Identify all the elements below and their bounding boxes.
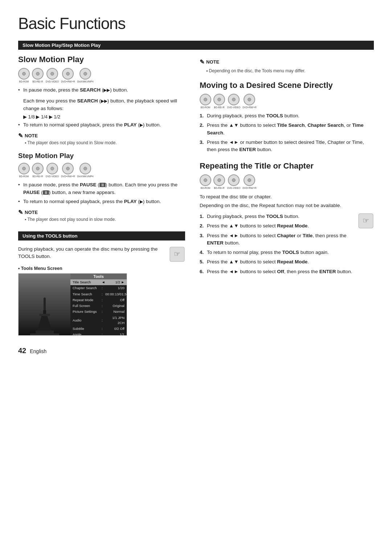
repeat-intro-1: To repeat the disc title or chapter.	[200, 193, 374, 201]
disc-label: BD-RE/-R	[33, 175, 43, 178]
tools-menu-row-4: Full Screen : Original	[70, 303, 127, 309]
disc-circle	[18, 163, 30, 174]
disc-icon-bd-re: BD-RE/-R	[32, 68, 44, 83]
playback-speed: ▶ 1/8 ▶ 1/4 ▶ 1/2	[23, 114, 185, 120]
disc-label: DVD-VIDEO	[227, 106, 240, 109]
disc-icon-divx: DivX/MKV/MP4	[77, 68, 94, 83]
tools-menu-row-1: Chapter Search : 1/20	[70, 285, 127, 291]
tools-menu-row-5: Picture Settings : Normal	[70, 309, 127, 315]
tools-image-area: During playback, you can operate the dis…	[18, 246, 185, 262]
slow-motion-list: In pause mode, press the SEARCH (▶▶) but…	[18, 86, 185, 94]
disc-circle	[32, 163, 44, 174]
disc-circle	[228, 94, 240, 105]
tools-description: During playback, you can operate the dis…	[18, 246, 164, 260]
rep-step-2: Press the ▲▼ buttons to select Repeat Mo…	[200, 222, 355, 230]
disc-icon-dvd-video: DVD-VIDEO	[46, 68, 59, 83]
disc-icon-divx-2: DivX/MKV/MP4	[77, 163, 94, 178]
note-content: The player does not play sound in Slow m…	[18, 140, 185, 145]
disc-label: DVD-VIDEO	[46, 175, 59, 178]
disc-circle	[62, 163, 74, 174]
disc-circle	[18, 68, 30, 80]
disc-icon-rep-1: BD-ROM	[200, 174, 211, 189]
step-motion-note: ✎ NOTE The player does not play sound in…	[18, 209, 185, 222]
tools-menu-row-8: Angle : 1/1	[70, 332, 127, 336]
note-label: NOTE	[25, 133, 38, 138]
disc-label: DivX/MKV/MP4	[77, 80, 94, 83]
rep-step-4: To return to normal play, press the TOOL…	[200, 249, 355, 256]
disc-icon-rep-4: DVD+RW/+R	[242, 174, 257, 189]
repeating-steps: During playback, press the TOOLS button.…	[200, 213, 355, 278]
disc-label: DVD+RW/+R	[61, 80, 75, 83]
disc-label: BD-ROM	[201, 106, 210, 109]
moving-step-2: Press the ▲▼ buttons to select Title Sea…	[200, 122, 374, 137]
moving-scene-title: Moving to a Desired Scene Directly	[200, 81, 374, 90]
disc-icon-moving-4: DVD+RW/+R	[242, 94, 257, 109]
disc-label: BD-RE/-R	[214, 187, 225, 189]
disc-icon-rep-3: DVD-VIDEO	[227, 174, 240, 189]
note-text: The player does not play sound in Slow m…	[25, 140, 185, 145]
svg-text:☞: ☞	[363, 217, 369, 225]
repeat-intro-2: Depending on the disc, the Repeat functi…	[200, 202, 374, 209]
repeat-hand-icon: ☞	[358, 213, 374, 230]
step-motion-item-2: To return to normal speed playback, pres…	[18, 198, 185, 205]
slow-motion-note: ✎ NOTE The player does not play sound in…	[18, 132, 185, 145]
disc-circle	[79, 163, 91, 174]
disc-label: DVD+RW/+R	[242, 106, 257, 109]
slow-motion-title: Slow Motion Play	[18, 55, 185, 64]
disc-icon-dvd-rw-2: DVD+RW/+R	[61, 163, 75, 178]
disc-label: DivX/MKV/MP4	[77, 175, 94, 178]
note-content-2: The player does not play sound in slow m…	[18, 217, 185, 222]
disc-icon-rep-2: BD-RE/-R	[213, 174, 225, 189]
disc-icon-dvd-rw: DVD+RW/+R	[61, 68, 75, 83]
disc-circle	[79, 68, 91, 80]
disc-circle	[200, 94, 211, 105]
tools-menu-row-2: Time Search : 00:00:13/01:34:37	[70, 291, 127, 297]
tools-menu-row-3: Repeat Mode : Off	[70, 297, 127, 303]
note-icon-3: ✎	[200, 58, 204, 66]
moving-note-text: Depending on the disc, the Tools menu ma…	[206, 68, 374, 74]
note-icon-2: ✎	[18, 209, 23, 216]
note-label-2: NOTE	[25, 210, 38, 215]
moving-note-content: Depending on the disc, the Tools menu ma…	[200, 68, 374, 74]
tools-hand-icon: ☞	[169, 246, 185, 262]
disc-circle	[244, 94, 255, 105]
disc-label: BD-ROM	[19, 80, 29, 83]
repeating-title: Repeating the Title or Chapter	[200, 161, 374, 171]
page-language: English	[30, 348, 46, 354]
disc-label: DVD-VIDEO	[227, 187, 240, 189]
disc-icon-moving-3: DVD-VIDEO	[227, 94, 240, 109]
tools-screen-wrap: Tools Title Search ◄ 1/2 ► Chapter Searc…	[18, 273, 127, 336]
disc-label: BD-RE/-R	[214, 106, 225, 109]
disc-icon-moving-1: BD-ROM	[200, 94, 211, 109]
moving-step-1: During playback, press the TOOLS button.	[200, 112, 374, 120]
disc-circle	[62, 68, 74, 80]
disc-circle	[200, 174, 211, 186]
disc-label: BD-ROM	[19, 175, 29, 178]
tools-menu-row-0: Title Search ◄ 1/2 ►	[70, 279, 127, 285]
disc-icon-bd-re-2: BD-RE/-R	[32, 163, 44, 178]
note-icon: ✎	[18, 132, 23, 139]
step-motion-list: In pause mode, press the PAUSE (⏸) butto…	[18, 181, 185, 205]
moving-scene-steps: During playback, press the TOOLS button.…	[200, 112, 374, 153]
tools-text-area: During playback, you can operate the dis…	[18, 246, 164, 260]
note-text-2: The player does not play sound in slow m…	[25, 217, 185, 222]
disc-label: BD-ROM	[201, 187, 210, 189]
slow-motion-disc-icons: BD-ROM BD-RE/-R DVD-VIDEO DVD+RW/+R DivX…	[18, 68, 185, 83]
disc-circle	[244, 174, 255, 186]
disc-icon-moving-2: BD-RE/-R	[213, 94, 225, 109]
rep-step-6: Press the ◄► buttons to select Off, then…	[200, 268, 355, 275]
tools-header-bar: Using the TOOLS button	[18, 231, 185, 240]
page-title: Basic Functions	[18, 15, 374, 33]
disc-circle	[46, 163, 58, 174]
disc-circle	[213, 94, 225, 105]
right-column: ✎ NOTE Depending on the disc, the Tools …	[200, 55, 374, 336]
slow-motion-list-2: To return to normal speed playback, pres…	[18, 121, 185, 129]
disc-icon-dvd-video-2: DVD-VIDEO	[46, 163, 59, 178]
note-title-2: ✎ NOTE	[18, 209, 185, 216]
slow-motion-item-1: In pause mode, press the SEARCH (▶▶) but…	[18, 86, 185, 94]
rep-step-1: During playback, press the TOOLS button.	[200, 213, 355, 220]
moving-step-3: Press the ◄► or number button to select …	[200, 139, 374, 154]
tools-menu-row-6: Audio : 1/1 JPN 2CH	[70, 315, 127, 326]
disc-label: DVD+RW/+R	[61, 175, 75, 178]
disc-circle	[32, 68, 44, 80]
